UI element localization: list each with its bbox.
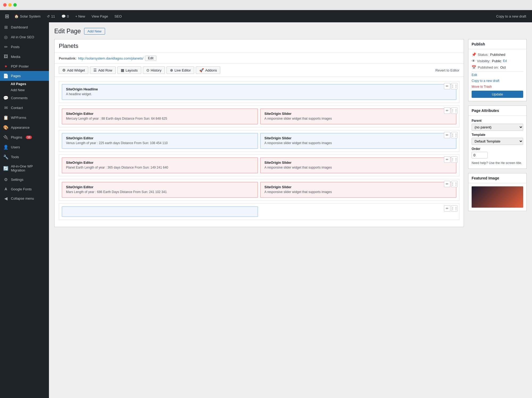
row5-widget-left[interactable]: SiteOrigin Editor Mars Length of year : … bbox=[62, 182, 258, 198]
wp-icon[interactable]: ⊞ bbox=[3, 12, 11, 20]
sidebar-item-settings[interactable]: ⚙ Settings bbox=[0, 175, 49, 185]
close-button[interactable] bbox=[3, 3, 7, 7]
add-new-button[interactable]: Add New bbox=[84, 28, 105, 35]
row3-edit-button[interactable]: ✏ bbox=[444, 132, 450, 138]
row5-widget-right[interactable]: SiteOrigin Slider A responsive slider wi… bbox=[260, 182, 456, 198]
row4-widget-right[interactable]: SiteOrigin Slider A responsive slider wi… bbox=[260, 157, 456, 173]
row2-left-title: SiteOrigin Editor bbox=[66, 112, 254, 116]
sidebar-item-appearance[interactable]: 🎨 Appearance bbox=[0, 123, 49, 132]
status-label: Status: bbox=[478, 53, 488, 57]
sidebar-item-media[interactable]: 🖼 Media bbox=[0, 52, 49, 61]
help-text: Need help? Use the He screen title. bbox=[472, 161, 523, 165]
add-row-button[interactable]: ☰ Add Row bbox=[90, 66, 116, 74]
page-name-input[interactable] bbox=[55, 39, 464, 53]
row4-actions: ✏ ⋮⋮ bbox=[444, 156, 458, 163]
sidebar-item-all-in-one-seo[interactable]: ◎ All in One SEO bbox=[0, 32, 49, 42]
sidebar-item-posts[interactable]: ✏ Posts bbox=[0, 42, 49, 52]
order-input[interactable] bbox=[472, 152, 488, 158]
sidebar-item-wpforms[interactable]: 📋 WPForms bbox=[0, 113, 49, 123]
row3-widget-left[interactable]: SiteOrigin Editor Venus Length of year :… bbox=[62, 133, 258, 149]
row4-move-button[interactable]: ⋮⋮ bbox=[451, 156, 458, 163]
publish-metabox: Publish 📌 Status: Published 👁 Visibility… bbox=[468, 39, 527, 101]
row3-move-button[interactable]: ⋮⋮ bbox=[451, 132, 458, 138]
update-button[interactable]: Update bbox=[472, 91, 523, 98]
admin-comments[interactable]: 💬 0 bbox=[59, 10, 72, 22]
publish-title: Publish bbox=[468, 39, 526, 49]
row3-left-title: SiteOrigin Editor bbox=[66, 136, 254, 140]
admin-revisions[interactable]: ↺ 11 bbox=[44, 10, 57, 22]
revisions-icon: ↺ bbox=[47, 14, 50, 18]
sidebar-sub-add-new[interactable]: Add New bbox=[0, 87, 49, 93]
sidebar-item-pages[interactable]: 📄 Pages bbox=[0, 71, 49, 81]
sidebar-item-dashboard[interactable]: ⊞ Dashboard bbox=[0, 22, 49, 32]
addons-button[interactable]: 🚀 Addons bbox=[196, 66, 220, 74]
admin-view-page[interactable]: View Page bbox=[89, 10, 111, 22]
sidebar-item-all-in-one-wp[interactable]: 🔄 All-in-One WP Migration bbox=[0, 162, 49, 175]
row2-move-button[interactable]: ⋮⋮ bbox=[451, 107, 458, 114]
maximize-button[interactable] bbox=[13, 3, 17, 7]
admin-seo[interactable]: SEO bbox=[112, 10, 124, 22]
row2-widget-right[interactable]: SiteOrigin Slider A responsive slider wi… bbox=[260, 108, 456, 124]
published-row: 📅 Published on: Oct bbox=[472, 65, 523, 69]
sidebar-sub-all-pages[interactable]: All Pages bbox=[0, 81, 49, 87]
row2-widget-left[interactable]: SiteOrigin Editor Mercury Length of year… bbox=[62, 108, 258, 124]
template-select[interactable]: Default Template bbox=[472, 138, 523, 145]
sidebar: ⊞ Dashboard ◎ All in One SEO ✏ Posts 🖼 M… bbox=[0, 22, 49, 398]
move-trash-link[interactable]: Move to Trash bbox=[472, 85, 523, 89]
sidebar-item-plugins[interactable]: 🔌 Plugins 10 bbox=[0, 132, 49, 142]
row5-right-desc: A responsive slider widget that supports… bbox=[264, 190, 452, 194]
minimize-button[interactable] bbox=[8, 3, 12, 7]
row3-actions: ✏ ⋮⋮ bbox=[444, 132, 458, 138]
row3-widget-right[interactable]: SiteOrigin Slider A responsive slider wi… bbox=[260, 133, 456, 149]
permalink-url[interactable]: http://solarsystem.davidlagou.com/planet… bbox=[78, 56, 143, 60]
copy-draft-link[interactable]: Copy to a new draft bbox=[472, 79, 523, 83]
row-icon: ☰ bbox=[93, 68, 97, 72]
edit-link[interactable]: Edit bbox=[472, 73, 477, 77]
home-icon: 🏠 bbox=[14, 14, 19, 18]
pages-icon: 📄 bbox=[3, 73, 9, 78]
admin-bar: ⊞ 🏠 Solar System ↺ 11 💬 0 + New View Pag… bbox=[0, 10, 532, 22]
visibility-edit-link[interactable]: Ed bbox=[503, 59, 507, 63]
add-widget-button[interactable]: ⚙ Add Widget bbox=[59, 66, 88, 74]
tools-icon: 🔧 bbox=[3, 154, 9, 160]
admin-copy-draft[interactable]: Copy to a new draft bbox=[493, 14, 529, 18]
sidebar-item-users[interactable]: 👤 Users bbox=[0, 142, 49, 152]
row5-move-button[interactable]: ⋮⋮ bbox=[451, 181, 458, 187]
row5-cols: SiteOrigin Editor Mars Length of year : … bbox=[62, 182, 456, 198]
admin-new[interactable]: + New bbox=[73, 10, 88, 22]
row1-move-button[interactable]: ⋮⋮ bbox=[451, 83, 458, 89]
history-button[interactable]: ⊙ History bbox=[143, 66, 165, 74]
row5-left-desc: Mars Length of year : 686 Earth Days Dis… bbox=[66, 190, 254, 194]
row2-actions: ✏ ⋮⋮ bbox=[444, 107, 458, 114]
admin-site-name[interactable]: 🏠 Solar System bbox=[12, 10, 43, 22]
parent-label: Parent bbox=[472, 119, 523, 123]
row6-edit-button[interactable]: ✏ bbox=[444, 205, 450, 212]
sidebar-item-tools[interactable]: 🔧 Tools bbox=[0, 152, 49, 162]
sidebar-item-pdf-poster[interactable]: ● PDF Poster bbox=[0, 61, 49, 71]
live-editor-button[interactable]: ⊕ Live Editor bbox=[167, 66, 194, 74]
row6-move-button[interactable]: ⋮⋮ bbox=[451, 205, 458, 212]
row4-left-desc: Planet Earth Length of year : 365 days D… bbox=[66, 166, 254, 169]
status-value: Published bbox=[490, 53, 505, 57]
row2-edit-button[interactable]: ✏ bbox=[444, 107, 450, 114]
permalink-edit-button[interactable]: Edit bbox=[145, 56, 156, 61]
featured-image-thumbnail[interactable] bbox=[472, 186, 523, 208]
revert-editor-button[interactable]: Revert to Editor bbox=[435, 68, 459, 72]
row6-widget-left[interactable] bbox=[62, 206, 258, 217]
sidebar-item-comments[interactable]: 💬 Comments bbox=[0, 93, 49, 103]
row1-edit-button[interactable]: ✏ bbox=[444, 83, 450, 89]
sidebar-item-contact[interactable]: ✉ Contact bbox=[0, 103, 49, 113]
page-attributes-content: Parent (no parent) Template Default Temp… bbox=[468, 116, 526, 169]
featured-image-metabox: Featured Image bbox=[468, 173, 527, 211]
row1-widget[interactable]: SiteOrigin Headline A headline widget. bbox=[62, 84, 456, 100]
row4-widget-left[interactable]: SiteOrigin Editor Planet Earth Length of… bbox=[62, 157, 258, 173]
sidebar-item-google-fonts[interactable]: A Google Fonts bbox=[0, 185, 49, 194]
sidebar-item-collapse[interactable]: ◀ Collapse menu bbox=[0, 194, 49, 203]
parent-select[interactable]: (no parent) bbox=[472, 124, 523, 131]
pb-toolbar: ⚙ Add Widget ☰ Add Row ▦ Layouts ⊙ bbox=[55, 64, 464, 77]
row4-edit-button[interactable]: ✏ bbox=[444, 156, 450, 163]
layouts-button[interactable]: ▦ Layouts bbox=[117, 66, 141, 74]
row5-col-left: SiteOrigin Editor Mars Length of year : … bbox=[62, 182, 258, 198]
settings-icon: ⚙ bbox=[3, 177, 9, 182]
row5-edit-button[interactable]: ✏ bbox=[444, 181, 450, 187]
